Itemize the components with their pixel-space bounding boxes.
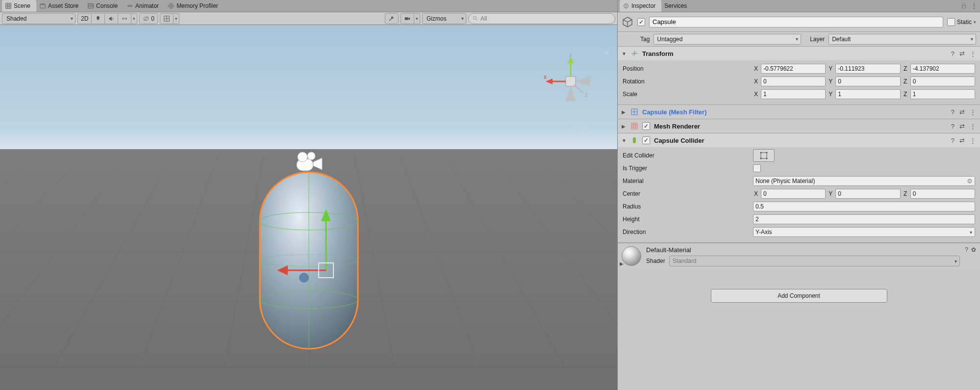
position-z-input[interactable]: -4.137902 [910, 64, 975, 74]
add-component-area: Add Component [618, 269, 980, 390]
preset-icon[interactable]: ⇄ [959, 137, 965, 144]
tab-animator-label: Animator [135, 2, 159, 9]
add-component-button[interactable]: Add Component [711, 289, 887, 303]
gameobject-name-input[interactable] [649, 17, 943, 27]
material-foldout-icon[interactable]: ▶ [620, 261, 624, 266]
scene-viewport[interactable]: y x z Persp [0, 25, 617, 390]
axis-y-label: y [569, 54, 572, 57]
shader-dropdown[interactable]: Standard [669, 256, 960, 266]
component-menu-icon[interactable]: ⋮ [970, 108, 976, 116]
mesh-renderer-title: Mesh Renderer [654, 123, 947, 130]
2d-toggle-button[interactable]: 2D [77, 13, 92, 24]
rotation-z-input[interactable]: 0 [910, 77, 975, 86]
shading-mode-dropdown[interactable]: Shaded [2, 13, 75, 24]
eye-off-icon [143, 15, 150, 22]
help-icon[interactable]: ? [965, 246, 968, 253]
inspector-lock-icon[interactable] [960, 2, 967, 9]
layer-label: Layer [810, 36, 825, 43]
audio-toggle-button[interactable] [105, 13, 118, 24]
center-y-input[interactable]: 0 [835, 189, 900, 199]
grid-toggle-button[interactable] [160, 13, 174, 24]
viewport-lock-icon[interactable] [603, 49, 610, 55]
tag-dropdown[interactable]: Untagged [653, 34, 801, 45]
position-x-input[interactable]: -0.5779622 [761, 64, 826, 74]
center-z-input[interactable]: 0 [910, 189, 975, 199]
tab-memory-profiler[interactable]: Memory Profiler [165, 0, 224, 12]
rotation-x-input[interactable]: 0 [761, 77, 826, 86]
height-input[interactable]: 2 [753, 214, 975, 224]
svg-point-63 [760, 158, 762, 159]
tab-animator[interactable]: Animator [124, 0, 165, 12]
foldout-icon: ▶ [622, 109, 627, 115]
preset-icon[interactable]: ⇄ [959, 123, 965, 130]
svg-marker-34 [277, 265, 288, 275]
scale-label: Scale [623, 91, 750, 98]
scene-search-input[interactable] [480, 15, 611, 22]
component-menu-icon[interactable]: ⋮ [970, 137, 976, 144]
tools-button[interactable] [385, 13, 399, 24]
transform-icon [630, 50, 638, 57]
shading-mode-value: Shaded [6, 15, 26, 22]
camera-button[interactable] [401, 13, 414, 24]
capsule-collider-component: ▼ Capsule Collider ?⇄⋮ Edit Collider Is … [618, 133, 980, 243]
help-icon[interactable]: ? [951, 123, 955, 130]
tab-scene[interactable]: Scene [2, 0, 36, 12]
svg-rect-21 [405, 17, 408, 20]
tab-asset-store-label: Asset Store [48, 2, 78, 9]
radius-input[interactable]: 0.5 [753, 202, 975, 211]
axis-z-label: z [585, 91, 588, 98]
effects-dropdown-button[interactable]: ▾ [131, 13, 137, 24]
component-menu-icon[interactable]: ⋮ [970, 123, 976, 130]
svg-rect-5 [88, 4, 94, 8]
preset-icon[interactable]: ⇄ [959, 108, 965, 116]
transform-header[interactable]: ▼ Transform ?⇄⋮ [618, 47, 980, 60]
gear-icon[interactable]: ✿ [971, 246, 976, 253]
mesh-renderer-header[interactable]: ▶ Mesh Renderer ?⇄⋮ [618, 119, 980, 133]
edit-collider-icon [759, 151, 768, 160]
svg-point-11 [169, 4, 174, 8]
help-icon[interactable]: ? [951, 137, 955, 144]
scale-y-input[interactable]: 1 [835, 89, 900, 99]
capsule-collider-enabled-checkbox[interactable] [642, 136, 650, 144]
direction-dropdown[interactable]: Y-Axis [753, 227, 975, 237]
preset-icon[interactable]: ⇄ [959, 50, 965, 57]
is-trigger-checkbox[interactable] [753, 164, 761, 172]
gameobject-active-checkbox[interactable] [637, 18, 645, 26]
scale-x-input[interactable]: 1 [761, 89, 826, 99]
tab-console-label: Console [96, 2, 118, 9]
effects-toggle-button[interactable] [118, 13, 131, 24]
physic-material-field[interactable]: None (Physic Material) [753, 176, 975, 186]
scale-z-input[interactable]: 1 [910, 89, 975, 99]
grid-dropdown-button[interactable]: ▾ [174, 13, 179, 24]
orientation-gizmo[interactable]: y x z [544, 54, 598, 108]
tab-services[interactable]: Services [661, 0, 693, 12]
inspector-menu-button[interactable]: ⋮ [970, 2, 978, 10]
static-checkbox[interactable] [947, 18, 955, 26]
capsule-collider-header[interactable]: ▼ Capsule Collider ?⇄⋮ [618, 133, 980, 147]
help-icon[interactable]: ? [951, 108, 955, 116]
effects-icon [121, 15, 128, 22]
mesh-renderer-enabled-checkbox[interactable] [642, 122, 650, 130]
scene-search-box[interactable] [468, 13, 615, 24]
static-label: Static [957, 19, 972, 26]
scene-toolbar: Shaded 2D ▾ 0 ▾ [0, 12, 617, 25]
edit-collider-button[interactable] [753, 149, 775, 162]
foldout-icon: ▼ [622, 51, 627, 56]
tab-inspector[interactable]: i Inspector [620, 0, 661, 12]
gizmos-dropdown[interactable]: Gizmos [422, 13, 466, 24]
center-x-input[interactable]: 0 [761, 189, 826, 199]
mesh-filter-header[interactable]: ▶ Capsule (Mesh Filter) ?⇄⋮ [618, 105, 980, 119]
static-dropdown[interactable]: Static ▾ [947, 18, 976, 26]
svg-text:i: i [626, 2, 627, 8]
lighting-toggle-button[interactable] [92, 13, 105, 24]
help-icon[interactable]: ? [951, 50, 955, 57]
camera-dropdown-button[interactable]: ▾ [414, 13, 420, 24]
tab-console[interactable]: Console [84, 0, 124, 12]
position-y-input[interactable]: -0.111923 [835, 64, 900, 74]
rotation-y-input[interactable]: 0 [835, 77, 900, 86]
tab-asset-store[interactable]: Asset Store [36, 0, 84, 12]
hidden-objects-button[interactable]: 0 [139, 13, 158, 24]
component-menu-icon[interactable]: ⋮ [970, 50, 976, 57]
layer-dropdown[interactable]: Default [829, 34, 976, 45]
move-gizmo[interactable] [277, 197, 375, 295]
